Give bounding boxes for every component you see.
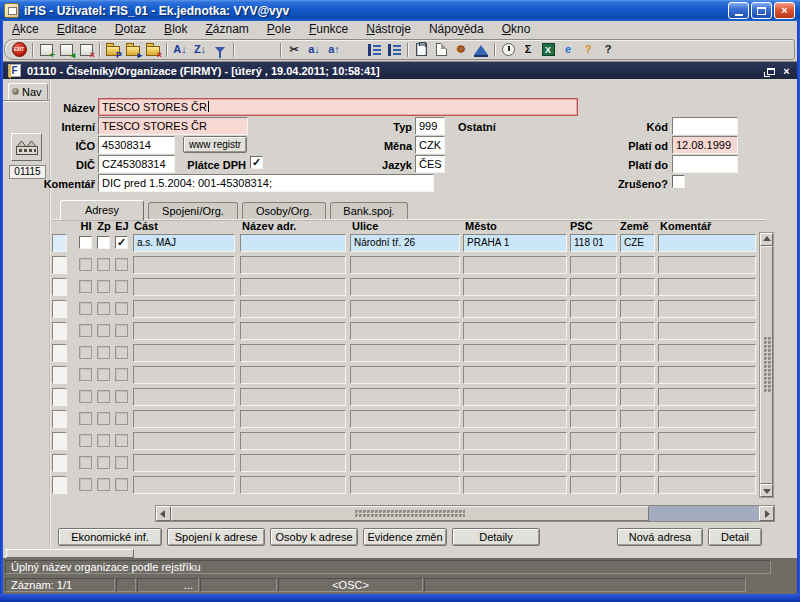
ico-field[interactable]: 45308314 (98, 136, 175, 154)
evidence-zmen-button[interactable]: Evidence změn (363, 528, 447, 546)
exit-icon[interactable]: EXIT (9, 41, 29, 59)
komentar-cell[interactable] (658, 410, 756, 428)
cast-cell[interactable] (133, 366, 235, 384)
cast-cell[interactable] (133, 322, 235, 340)
psc-cell[interactable] (570, 344, 617, 362)
osoby-k-adrese-button[interactable]: Osoby k adrese (270, 528, 358, 546)
menu-item[interactable]: Nápověda (420, 21, 493, 38)
zeme-cell[interactable] (620, 256, 655, 274)
psc-cell[interactable] (570, 256, 617, 274)
zeme-cell[interactable] (620, 388, 655, 406)
jazyk-field[interactable]: ČES (415, 155, 445, 173)
psc-cell[interactable] (570, 410, 617, 428)
menu-item[interactable]: Editace (48, 21, 106, 38)
block-list-icon[interactable] (384, 41, 404, 59)
menu-item[interactable]: Pole (258, 21, 300, 38)
plati-do-field[interactable] (672, 155, 738, 173)
zeme-cell[interactable] (620, 432, 655, 450)
cancel-query-icon[interactable]: × (143, 41, 163, 59)
komentar-field[interactable]: DIC pred 1.5.2004: 001-45308314; (98, 174, 434, 192)
prism-icon[interactable] (471, 41, 491, 59)
kod-field[interactable] (672, 117, 738, 135)
zp-checkbox[interactable] (97, 236, 110, 249)
cast-cell[interactable] (133, 388, 235, 406)
row-selector[interactable] (52, 278, 67, 296)
tab-osoby-org[interactable]: Osoby/Org. (242, 202, 326, 219)
delete-record-icon[interactable]: × (76, 41, 96, 59)
ulice-cell[interactable] (350, 454, 460, 472)
mesto-cell[interactable] (463, 454, 567, 472)
tab-adresy[interactable]: Adresy (60, 200, 144, 220)
zruseno-checkbox[interactable] (672, 175, 685, 188)
ulice-cell[interactable] (350, 256, 460, 274)
search-icon[interactable] (344, 41, 364, 59)
mdi-restore-button[interactable] (763, 65, 776, 77)
menu-item[interactable]: Okno (493, 21, 540, 38)
ulice-cell[interactable] (350, 344, 460, 362)
paste-field-icon[interactable]: a↑ (324, 41, 344, 59)
horizontal-scroll-thumb[interactable] (171, 506, 649, 521)
row-selector[interactable] (52, 366, 67, 384)
row-selector[interactable] (52, 256, 67, 274)
scroll-left-button[interactable] (156, 506, 171, 521)
cast-cell[interactable] (133, 410, 235, 428)
cast-cell[interactable] (133, 432, 235, 450)
row-selector[interactable] (52, 234, 67, 252)
list-of-values-icon[interactable] (364, 41, 384, 59)
nazev-adr-cell[interactable] (240, 388, 346, 406)
vertical-scrollbar[interactable] (759, 232, 774, 498)
row-selector[interactable] (52, 388, 67, 406)
zeme-cell[interactable] (620, 476, 655, 494)
cast-cell[interactable] (133, 454, 235, 472)
scroll-right-button[interactable] (759, 506, 774, 521)
ship-wheel-icon[interactable]: ☸ (451, 41, 471, 59)
nova-adresa-button[interactable]: Nová adresa (617, 528, 703, 546)
mesto-cell[interactable] (463, 410, 567, 428)
mesto-cell[interactable] (463, 432, 567, 450)
ulice-cell[interactable] (350, 278, 460, 296)
excel-export-icon[interactable]: X (538, 41, 558, 59)
menu-item[interactable]: Blok (155, 21, 196, 38)
ulice-cell[interactable] (350, 322, 460, 340)
zeme-cell[interactable] (620, 410, 655, 428)
close-button[interactable]: × (774, 2, 795, 19)
row-selector[interactable] (52, 454, 67, 472)
psc-cell[interactable] (570, 432, 617, 450)
filter-icon[interactable] (210, 41, 230, 59)
mesto-cell[interactable]: PRAHA 1 (463, 234, 567, 252)
psc-cell[interactable] (570, 388, 617, 406)
komentar-cell[interactable] (658, 432, 756, 450)
nazev-field[interactable]: TESCO STORES ČR (98, 98, 578, 116)
mesto-cell[interactable] (463, 278, 567, 296)
mdi-close-button[interactable]: × (780, 65, 793, 77)
browser-icon[interactable]: e (558, 41, 578, 59)
nazev-adr-cell[interactable] (240, 300, 346, 318)
mena-field[interactable]: CZK (415, 136, 445, 154)
nav-tab[interactable]: Nav (8, 83, 48, 100)
copy-field-icon[interactable]: a↓ (304, 41, 324, 59)
nazev-adr-cell[interactable] (240, 432, 346, 450)
ej-checkbox[interactable]: ✓ (115, 236, 128, 249)
psc-cell[interactable] (570, 278, 617, 296)
komentar-cell[interactable] (658, 388, 756, 406)
maximize-button[interactable] (751, 2, 772, 19)
hi-checkbox[interactable] (79, 236, 92, 249)
row-selector[interactable] (52, 476, 67, 494)
nav-module-button[interactable] (11, 133, 42, 161)
komentar-cell[interactable] (658, 278, 756, 296)
mesto-cell[interactable] (463, 256, 567, 274)
platce-dph-checkbox[interactable]: ✓ (250, 156, 263, 169)
detaily-button[interactable]: Detaily (452, 528, 540, 546)
plati-od-field[interactable]: 12.08.1999 (672, 136, 738, 154)
tab-bank-spoj[interactable]: Bank.spoj. (330, 202, 408, 219)
zeme-cell[interactable]: CZE (620, 234, 655, 252)
row-selector[interactable] (52, 344, 67, 362)
horizontal-scrollbar[interactable] (155, 505, 775, 522)
menu-item[interactable]: Záznam (196, 21, 257, 38)
help-icon[interactable]: ? (578, 41, 598, 59)
clock-icon[interactable] (498, 41, 518, 59)
sort-ascending-icon[interactable]: A↓ (170, 41, 190, 59)
interni-field[interactable]: TESCO STORES ČR (98, 117, 248, 135)
cast-cell[interactable] (133, 278, 235, 296)
nazev-adr-cell[interactable] (240, 410, 346, 428)
